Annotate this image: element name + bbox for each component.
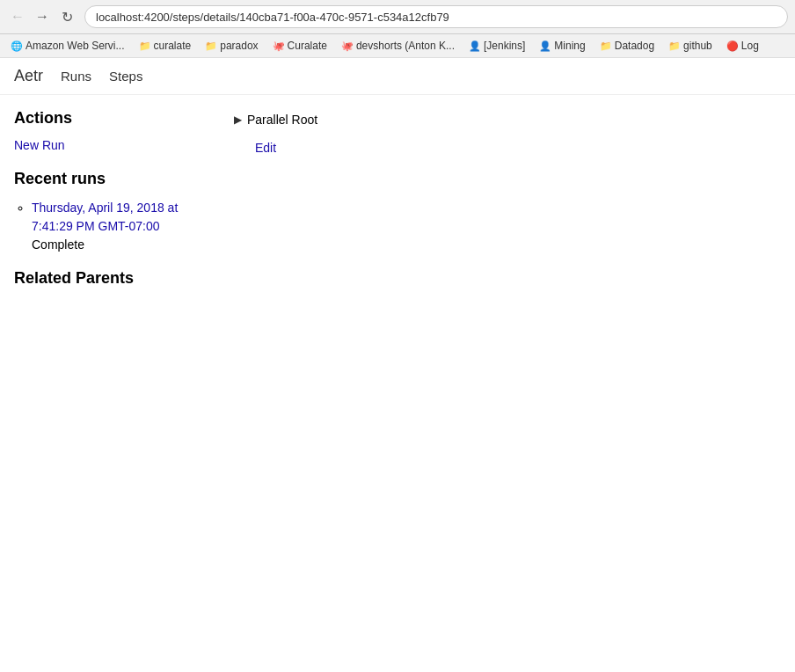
bookmark-gh-icon-2: 🐙 <box>341 40 354 52</box>
bookmark-aws[interactable]: 🌐 Amazon Web Servi... <box>7 38 128 54</box>
top-nav: Aetr Runs Steps <box>0 58 795 95</box>
parallel-root-label: Parallel Root <box>247 113 317 127</box>
run-list-item: Thursday, April 19, 2018 at 7:41:29 PM G… <box>32 199 208 252</box>
nav-runs[interactable]: Runs <box>61 69 91 84</box>
bookmark-folder-icon-3: 📁 <box>600 40 612 52</box>
bookmark-folder-icon-1: 📁 <box>139 40 151 52</box>
bookmark-mining-icon: 👤 <box>539 40 551 52</box>
bookmark-curalate[interactable]: 📁 curalate <box>135 38 195 54</box>
edit-link[interactable]: Edit <box>255 141 276 155</box>
bookmark-folder-icon-2: 📁 <box>205 40 217 52</box>
back-button[interactable]: ← <box>7 6 28 27</box>
bookmark-devshorts-label: devshorts (Anton K... <box>356 40 455 52</box>
address-bar[interactable]: localhost:4200/steps/details/140cba71-f0… <box>84 5 788 28</box>
bookmark-datadog-label: Datadog <box>615 40 654 52</box>
bookmark-devshorts[interactable]: 🐙 devshorts (Anton K... <box>338 38 458 54</box>
bookmark-log-label: Log <box>741 40 759 52</box>
left-panel: Actions New Run Recent runs Thursday, Ap… <box>14 109 208 288</box>
bookmark-paradox-label: paradox <box>220 40 258 52</box>
right-panel: ▶ Parallel Root Edit <box>234 109 781 288</box>
bookmark-jenkins-icon: 👤 <box>469 40 481 52</box>
bookmark-github[interactable]: 📁 github <box>665 38 716 54</box>
bookmark-aws-label: Amazon Web Servi... <box>26 40 125 52</box>
bookmark-jenkins[interactable]: 👤 [Jenkins] <box>465 38 529 54</box>
bookmark-log-icon: 🔴 <box>726 40 739 52</box>
app-name: Aetr <box>14 67 43 85</box>
main-layout: Actions New Run Recent runs Thursday, Ap… <box>0 95 795 302</box>
bookmark-curalate-gh[interactable]: 🐙 Curalate <box>269 38 331 54</box>
bookmark-curalate-gh-label: Curalate <box>288 40 327 52</box>
new-run-link[interactable]: New Run <box>14 138 65 152</box>
page-content: Aetr Runs Steps Actions New Run Recent r… <box>0 58 795 302</box>
nav-buttons: ← → ↻ <box>7 6 77 27</box>
bookmark-github-label: github <box>683 40 712 52</box>
bookmark-curalate-label: curalate <box>154 40 192 52</box>
reload-button[interactable]: ↻ <box>56 6 77 27</box>
bookmark-paradox[interactable]: 📁 paradox <box>201 38 261 54</box>
nav-steps[interactable]: Steps <box>109 69 142 84</box>
bookmark-log[interactable]: 🔴 Log <box>723 38 762 54</box>
bookmarks-bar: 🌐 Amazon Web Servi... 📁 curalate 📁 parad… <box>0 34 795 58</box>
run-status: Complete <box>32 237 208 252</box>
run-list: Thursday, April 19, 2018 at 7:41:29 PM G… <box>14 199 208 252</box>
parallel-root-container: ▶ Parallel Root <box>234 113 781 127</box>
forward-button[interactable]: → <box>32 6 53 27</box>
bookmark-mining-label: Mining <box>554 40 585 52</box>
bookmark-aws-icon: 🌐 <box>11 40 23 52</box>
recent-runs-title: Recent runs <box>14 170 208 188</box>
bookmark-datadog[interactable]: 📁 Datadog <box>596 38 658 54</box>
actions-title: Actions <box>14 109 208 128</box>
triangle-icon: ▶ <box>234 113 242 126</box>
bookmark-mining[interactable]: 👤 Mining <box>536 38 588 54</box>
bookmark-gh-icon-1: 🐙 <box>273 40 285 52</box>
bookmark-folder-icon-4: 📁 <box>668 40 681 52</box>
bookmark-jenkins-label: [Jenkins] <box>484 40 525 52</box>
browser-chrome: ← → ↻ localhost:4200/steps/details/140cb… <box>0 0 795 34</box>
related-parents-title: Related Parents <box>14 269 208 288</box>
run-date-link[interactable]: Thursday, April 19, 2018 at 7:41:29 PM G… <box>32 199 208 236</box>
url-text: localhost:4200/steps/details/140cba71-f0… <box>96 11 449 24</box>
